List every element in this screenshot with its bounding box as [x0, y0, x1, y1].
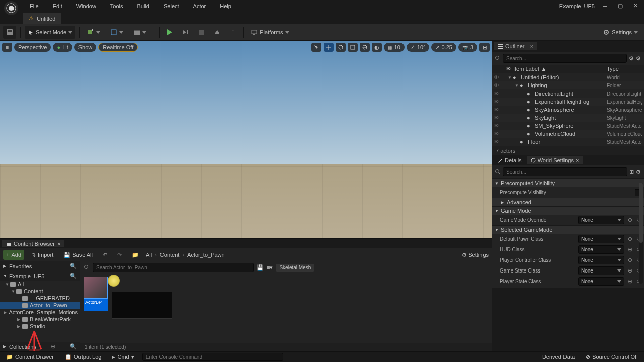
camera-speed-value[interactable]: 📷 3 — [458, 43, 477, 52]
browse-button[interactable]: ⊕ — [626, 278, 633, 285]
filter-tag[interactable]: Skeletal Mesh — [276, 264, 314, 272]
menu-edit[interactable]: Edit — [46, 1, 69, 11]
lit-dropdown[interactable]: ●Lit — [53, 43, 72, 52]
viewport-maximize-button[interactable]: ⊞ — [479, 43, 490, 52]
outliner-settings-button[interactable]: ⚙ — [636, 55, 641, 62]
section-header[interactable]: ▶Advanced — [492, 198, 644, 206]
class-dropdown[interactable]: None — [578, 245, 624, 254]
cinematics-dropdown[interactable] — [130, 26, 149, 39]
breadcrumb-item[interactable]: Actor_to_Pawn — [187, 252, 225, 258]
show-dropdown[interactable]: Show — [74, 43, 97, 52]
close-tab-button[interactable]: × — [530, 43, 533, 49]
folder-up-button[interactable]: 📁 — [129, 250, 142, 260]
browse-button[interactable]: ⊕ — [626, 246, 633, 253]
search-icon[interactable]: 🔍 — [70, 343, 77, 350]
level-tab[interactable]: ⚠ Untitled — [23, 13, 61, 24]
source-control-button[interactable]: ⊘ Source Control Off — [583, 353, 641, 361]
menu-actor[interactable]: Actor — [186, 1, 213, 11]
perspective-dropdown[interactable]: Perspective — [14, 43, 51, 52]
console-input[interactable] — [142, 353, 283, 361]
select-mode-dropdown[interactable]: Select Mode — [25, 26, 75, 39]
folder-tree-item[interactable]: ▶ActorCore_Sample_Motions — [0, 309, 80, 316]
close-tab-button[interactable]: × — [576, 157, 579, 163]
maximize-button[interactable]: ▢ — [616, 3, 625, 10]
asset-grid[interactable]: ActorBP — [80, 274, 492, 343]
menu-help[interactable]: Help — [213, 1, 238, 11]
menu-select[interactable]: Select — [156, 1, 186, 11]
class-dropdown[interactable]: None — [578, 216, 624, 224]
blueprint-dropdown[interactable] — [107, 26, 126, 39]
close-tab-button[interactable]: × — [57, 241, 60, 247]
save-button[interactable] — [3, 26, 16, 39]
outliner-tree[interactable]: 👁▼●Untitled (Editor)World👁▼●LightingFold… — [492, 73, 644, 146]
outliner-row[interactable]: 👁●FloorStaticMeshActor — [492, 138, 644, 146]
output-log-button[interactable]: 📋 Output Log — [62, 353, 104, 361]
outliner-row[interactable]: 👁●VolumetricCloudVolumetricCloud — [492, 130, 644, 138]
search-icon[interactable]: 🔍 — [70, 273, 77, 279]
section-header[interactable]: ▼Game Mode — [492, 206, 644, 215]
world-local-toggle[interactable] — [360, 43, 370, 52]
minimize-button[interactable]: ─ — [601, 3, 610, 10]
browse-button[interactable]: ⊕ — [626, 257, 633, 264]
browse-button[interactable]: ⊕ — [626, 236, 633, 243]
play-button[interactable] — [164, 26, 175, 39]
filter-dropdown[interactable]: ≡▾ — [267, 264, 273, 271]
add-content-dropdown[interactable]: + — [84, 26, 103, 39]
outliner-row[interactable]: 👁▼●Untitled (Editor)World — [492, 73, 644, 81]
history-back-button[interactable]: ↶ — [100, 250, 110, 260]
menu-build[interactable]: Build — [130, 1, 156, 11]
add-icon[interactable]: ⊕ — [51, 343, 55, 350]
save-all-button[interactable]: 💾Save All — [60, 250, 96, 260]
class-dropdown[interactable]: None — [578, 256, 624, 264]
rotate-button[interactable] — [336, 43, 346, 52]
outliner-tab[interactable]: Outliner × — [494, 42, 537, 50]
cb-settings-button[interactable]: ⚙ Settings — [462, 252, 489, 258]
details-search-input[interactable] — [503, 167, 627, 176]
import-button[interactable]: ↴Import — [28, 250, 56, 260]
menu-file[interactable]: File — [23, 1, 46, 11]
history-forward-button[interactable]: ↷ — [114, 250, 125, 260]
folder-tree-item[interactable]: ▶Studio — [0, 323, 80, 330]
add-button[interactable]: +Add — [3, 250, 24, 260]
stop-button[interactable] — [196, 26, 207, 39]
eject-button[interactable] — [211, 26, 223, 39]
grid-snap-value[interactable]: ▦ 10 — [384, 43, 405, 52]
content-drawer-button[interactable]: 📁 Content Drawer — [3, 353, 57, 361]
realtime-toggle[interactable]: Realtime Off — [98, 43, 138, 52]
asset-tile[interactable]: ActorBP — [84, 277, 108, 340]
close-button[interactable]: ✕ — [631, 3, 640, 10]
browse-button[interactable]: ⊕ — [626, 267, 633, 275]
translate-button[interactable] — [324, 43, 334, 52]
cmd-dropdown[interactable]: ▸ Cmd ▾ — [109, 353, 137, 361]
folder-tree-item[interactable]: Actor_to_Pawn — [0, 302, 80, 309]
settings-dropdown[interactable]: Settings — [600, 26, 641, 39]
class-dropdown[interactable]: None — [578, 266, 624, 275]
asset-search-input[interactable] — [93, 263, 254, 272]
select-transform-button[interactable] — [311, 43, 321, 52]
content-browser-tab[interactable]: Content Browser × — [2, 240, 64, 247]
outliner-row[interactable]: 👁●SM_SkySphereStaticMeshActor — [492, 122, 644, 130]
search-icon[interactable]: 🔍 — [70, 263, 77, 269]
outliner-filter-button[interactable]: ⚙ — [629, 55, 634, 62]
breadcrumb-item[interactable]: Content — [160, 252, 180, 258]
save-search-button[interactable]: 💾 — [257, 264, 264, 271]
details-settings-button[interactable]: ⚙ — [636, 169, 641, 175]
outliner-row[interactable]: 👁●SkyAtmosphereSkyAtmosphere — [492, 106, 644, 114]
visibility-column-icon[interactable]: 👁 — [506, 66, 511, 72]
viewport-options-button[interactable]: ≡ — [2, 43, 12, 52]
scrollbar[interactable] — [639, 183, 643, 284]
step-button[interactable] — [179, 26, 192, 39]
folder-tree-item[interactable]: ▼All — [0, 281, 80, 288]
outliner-row[interactable]: 👁▼●LightingFolder — [492, 81, 644, 89]
browse-button[interactable]: ⊕ — [626, 217, 633, 224]
section-header[interactable]: ▼Selected GameMode — [492, 225, 644, 234]
favorites-section[interactable]: ▶Favorites🔍 — [0, 261, 80, 271]
platforms-dropdown[interactable]: Platforms — [248, 26, 292, 39]
section-header[interactable]: ▼Precomputed Visibility — [492, 178, 644, 187]
menu-window[interactable]: Window — [69, 1, 103, 11]
folder-tree-item[interactable]: ▼Content — [0, 288, 80, 295]
outliner-row[interactable]: 👁●DirectionalLightDirectionalLight — [492, 89, 644, 98]
class-dropdown[interactable]: None — [578, 277, 624, 286]
details-tab[interactable]: Details — [494, 156, 526, 164]
derived-data-button[interactable]: ≡ Derived Data — [534, 353, 578, 361]
